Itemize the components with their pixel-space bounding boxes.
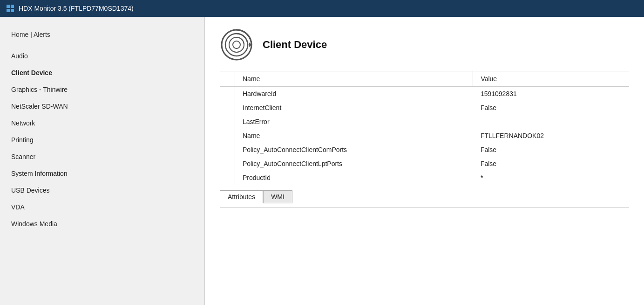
row-indicator: [220, 115, 235, 129]
app-icon: [6, 4, 15, 13]
table-row: Policy_AutoConnectClientComPortsFalse: [220, 143, 629, 157]
table-row: Policy_AutoConnectClientLptPortsFalse: [220, 157, 629, 171]
col-name: Name: [235, 71, 473, 87]
svg-point-8: [233, 41, 240, 49]
sidebar: Home | AlertsAudioClient DeviceGraphics …: [0, 17, 205, 305]
table-row: LastError: [220, 115, 629, 129]
tab-wmi[interactable]: WMI: [263, 190, 292, 203]
row-value: False: [473, 157, 629, 171]
tab-attributes[interactable]: Attributes: [220, 190, 263, 203]
row-indicator: [220, 171, 235, 185]
row-name: HardwareId: [235, 87, 473, 101]
tabs-area: AttributesWMI: [220, 190, 629, 203]
row-value: [473, 115, 629, 129]
row-value: False: [473, 101, 629, 115]
sidebar-item-graphics-thinwire[interactable]: Graphics - Thinwire: [0, 81, 204, 98]
sidebar-item-home-alerts[interactable]: Home | Alerts: [0, 26, 204, 43]
sidebar-item-scanner[interactable]: Scanner: [0, 148, 204, 165]
svg-rect-1: [7, 5, 10, 8]
sidebar-item-printing[interactable]: Printing: [0, 132, 204, 148]
title-bar-text: HDX Monitor 3.5 (FTLPD77M0SD1374): [19, 5, 134, 12]
svg-rect-3: [7, 9, 10, 12]
row-name: Name: [235, 129, 473, 143]
row-value: FTLLFERNANDOK02: [473, 129, 629, 143]
svg-rect-4: [11, 9, 14, 12]
row-value: 1591092831: [473, 87, 629, 101]
client-device-icon: [220, 28, 253, 62]
row-value: False: [473, 143, 629, 157]
col-value: Value: [473, 71, 629, 87]
row-name: InternetClient: [235, 101, 473, 115]
table-row: NameFTLLFERNANDOK02: [220, 129, 629, 143]
row-indicator: [220, 101, 235, 115]
sidebar-item-netscaler-sdwan[interactable]: NetScaler SD-WAN: [0, 98, 204, 115]
row-indicator: [220, 129, 235, 143]
title-bar: HDX Monitor 3.5 (FTLPD77M0SD1374): [0, 0, 644, 17]
row-indicator: [220, 157, 235, 171]
sidebar-item-windows-media[interactable]: Windows Media: [0, 215, 204, 232]
sidebar-item-network[interactable]: Network: [0, 115, 204, 132]
table-row: ProductId*: [220, 171, 629, 185]
row-indicator: [220, 87, 235, 101]
svg-rect-2: [11, 5, 14, 8]
page-header: Client Device: [220, 28, 629, 62]
row-name: ProductId: [235, 171, 473, 185]
row-name: Policy_AutoConnectClientLptPorts: [235, 157, 473, 171]
sidebar-item-audio[interactable]: Audio: [0, 48, 204, 64]
row-name: LastError: [235, 115, 473, 129]
col-indicator: [220, 71, 235, 87]
content-area: Client Device Name Value HardwareId15910…: [205, 17, 644, 305]
sidebar-item-system-information[interactable]: System Information: [0, 165, 204, 182]
sidebar-item-usb-devices[interactable]: USB Devices: [0, 182, 204, 199]
main-layout: Home | AlertsAudioClient DeviceGraphics …: [0, 17, 644, 305]
data-table: Name Value HardwareId1591092831InternetC…: [220, 71, 629, 185]
page-title: Client Device: [263, 39, 327, 51]
row-name: Policy_AutoConnectClientComPorts: [235, 143, 473, 157]
table-row: InternetClientFalse: [220, 101, 629, 115]
table-row: HardwareId1591092831: [220, 87, 629, 101]
row-indicator: [220, 143, 235, 157]
row-value: *: [473, 171, 629, 185]
divider-line: [220, 207, 629, 208]
sidebar-item-client-device[interactable]: Client Device: [0, 64, 204, 81]
table-header-row: Name Value: [220, 71, 629, 87]
sidebar-item-vda[interactable]: VDA: [0, 199, 204, 215]
